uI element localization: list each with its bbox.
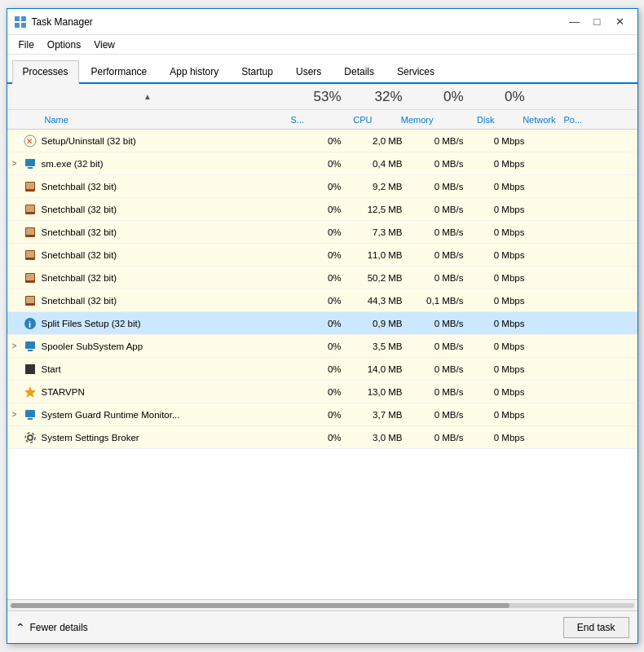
table-row[interactable]: Snetchball (32 bit) 0% 12,5 MB 0 MB/s 0 … [7, 198, 637, 221]
svg-rect-24 [25, 364, 35, 374]
table-row[interactable]: STARVPN 0% 13,0 MB 0 MB/s 0 Mbps [7, 381, 637, 403]
row-name: Split Files Setup (32 bit) [38, 319, 260, 328]
row-disk: 0 MB/s [411, 227, 472, 237]
col-header-cpu[interactable]: CPU [320, 115, 381, 125]
row-network: 0 Mbps [472, 433, 533, 443]
tab-users[interactable]: Users [285, 60, 332, 82]
col-header-network[interactable]: Network [503, 115, 564, 125]
row-cpu: 0% [289, 227, 350, 237]
row-network: 0 Mbps [472, 250, 533, 260]
minimize-button[interactable]: — [564, 14, 585, 30]
bottom-bar: ⌃ Fewer details End task [7, 610, 637, 643]
row-name: Setup/Uninstall (32 bit) [38, 136, 260, 146]
menu-bar: File Options View [7, 35, 637, 55]
row-icon [22, 407, 38, 423]
h-scroll-thumb[interactable] [11, 603, 509, 608]
row-network: 0 Mbps [472, 387, 533, 397]
row-memory: 7,3 MB [350, 227, 411, 237]
row-memory: 3,7 MB [350, 410, 411, 420]
row-network: 0 Mbps [472, 182, 533, 192]
row-icon [22, 270, 38, 286]
table-row[interactable]: Snetchball (32 bit) 0% 11,0 MB 0 MB/s 0 … [7, 244, 637, 267]
tab-services[interactable]: Services [386, 60, 445, 82]
col-header-memory[interactable]: Memory [381, 115, 442, 125]
fewer-details-label: Fewer details [30, 622, 88, 633]
col-header-name[interactable]: Name [38, 115, 291, 125]
fewer-details-arrow: ⌃ [15, 621, 25, 634]
row-network: 0 Mbps [472, 159, 533, 169]
row-disk: 0 MB/s [411, 319, 472, 328]
row-network: 0 Mbps [472, 273, 533, 283]
row-disk: 0 MB/s [411, 364, 472, 374]
row-cpu: 0% [289, 205, 350, 214]
table-row[interactable]: Snetchball (32 bit) 0% 50,2 MB 0 MB/s 0 … [7, 267, 637, 289]
row-disk: 0 MB/s [411, 341, 472, 351]
row-disk: 0 MB/s [411, 410, 472, 420]
menu-options[interactable]: Options [41, 37, 87, 53]
row-network: 0 Mbps [472, 296, 533, 306]
row-disk: 0 MB/s [411, 387, 472, 397]
row-icon [22, 247, 38, 263]
horizontal-scrollbar[interactable] [7, 599, 637, 610]
h-scroll-track [11, 603, 634, 608]
end-task-button[interactable]: End task [563, 617, 629, 638]
table-row[interactable]: i Split Files Setup (32 bit) 0% 0,9 MB 0… [7, 312, 637, 335]
row-cpu: 0% [289, 250, 350, 260]
table-row[interactable]: Start 0% 14,0 MB 0 MB/s 0 Mbps [7, 358, 637, 381]
content-area: ▲ 53% 32% 0% 0% Name S... CPU Memory Dis… [7, 84, 637, 610]
svg-rect-19 [26, 297, 34, 303]
row-icon [22, 430, 38, 446]
row-network: 0 Mbps [472, 410, 533, 420]
tab-details[interactable]: Details [333, 60, 385, 82]
row-cpu: 0% [289, 273, 350, 283]
row-memory: 2,0 MB [350, 136, 411, 146]
row-memory: 13,0 MB [350, 387, 411, 397]
fewer-details-btn[interactable]: ⌃ Fewer details [15, 621, 88, 634]
svg-rect-3 [21, 23, 26, 28]
row-cpu: 0% [289, 159, 350, 169]
row-name: sm.exe (32 bit) [38, 159, 260, 169]
close-button[interactable]: ✕ [610, 14, 631, 30]
tab-processes[interactable]: Processes [12, 60, 79, 84]
row-network: 0 Mbps [472, 136, 533, 146]
table-row[interactable]: Snetchball (32 bit) 0% 9,2 MB 0 MB/s 0 M… [7, 175, 637, 198]
app-icon [14, 15, 27, 29]
svg-rect-27 [28, 418, 33, 420]
row-disk: 0 MB/s [411, 433, 472, 443]
table-row[interactable]: ✕ Setup/Uninstall (32 bit) 0% 2,0 MB 0 M… [7, 130, 637, 152]
svg-rect-7 [28, 167, 33, 169]
row-disk: 0 MB/s [411, 136, 472, 146]
table-row[interactable]: > Spooler SubSystem App 0% 3,5 MB 0 MB/s… [7, 335, 637, 358]
row-memory: 0,9 MB [350, 319, 411, 328]
row-icon [22, 293, 38, 309]
row-memory: 9,2 MB [350, 182, 411, 192]
row-name: Snetchball (32 bit) [38, 182, 260, 192]
row-expand: > [7, 159, 22, 168]
row-name: Start [38, 364, 260, 374]
table-row[interactable]: System Settings Broker 0% 3,0 MB 0 MB/s … [7, 426, 637, 449]
table-row[interactable]: > sm.exe (32 bit) 0% 0,4 MB 0 MB/s 0 Mbp… [7, 152, 637, 175]
title-controls: — □ ✕ [564, 14, 631, 30]
menu-view[interactable]: View [87, 37, 121, 53]
tab-startup[interactable]: Startup [231, 60, 284, 82]
svg-point-29 [25, 433, 35, 443]
col-header-status[interactable]: S... [291, 115, 320, 125]
maximize-button[interactable]: □ [587, 14, 608, 30]
column-headers: Name S... CPU Memory Disk Network Po... [7, 110, 637, 130]
svg-point-28 [28, 435, 33, 440]
tab-performance[interactable]: Performance [81, 60, 158, 82]
menu-file[interactable]: File [12, 37, 41, 53]
svg-rect-23 [28, 350, 33, 351]
memory-pct: 32% [350, 89, 411, 105]
row-icon: i [22, 315, 38, 332]
row-icon [22, 201, 38, 218]
table-row[interactable]: Snetchball (32 bit) 0% 44,3 MB 0,1 MB/s … [7, 289, 637, 312]
tab-app-history[interactable]: App history [159, 60, 229, 82]
svg-rect-0 [15, 16, 20, 21]
row-icon [22, 338, 38, 355]
col-header-power[interactable]: Po... [564, 115, 589, 125]
row-network: 0 Mbps [472, 341, 533, 351]
col-header-disk[interactable]: Disk [442, 115, 503, 125]
table-row[interactable]: > System Guard Runtime Monitor... 0% 3,7… [7, 403, 637, 426]
table-row[interactable]: Snetchball (32 bit) 0% 7,3 MB 0 MB/s 0 M… [7, 221, 637, 244]
